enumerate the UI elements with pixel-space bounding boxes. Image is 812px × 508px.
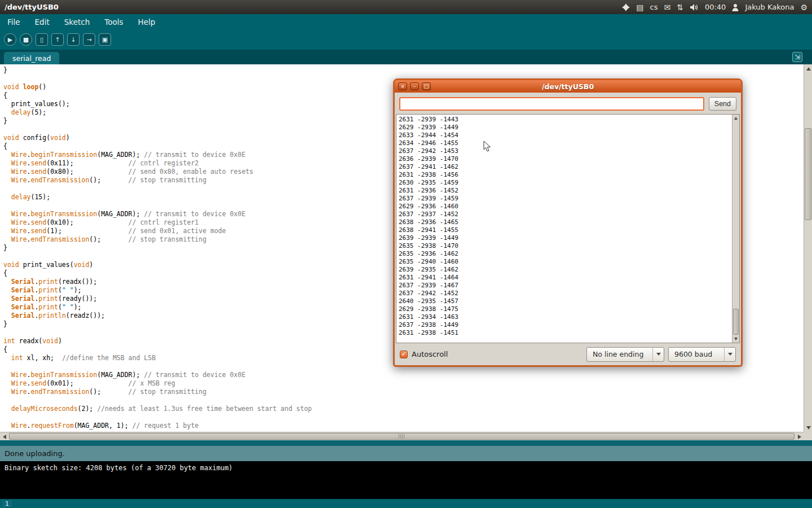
serial-data-line: 2638 -2936 -1465 [399,218,739,226]
serial-data-line: 2631 -2934 -1463 [399,313,739,321]
verify-button[interactable]: ▶ [4,33,16,46]
serial-data-line: 2631 -2936 -1452 [399,187,739,195]
menu-help[interactable]: Help [136,16,157,28]
serial-data-line: 2635 -2936 -1462 [399,250,739,258]
close-button[interactable]: × [398,82,407,90]
editor-vertical-scrollbar[interactable] [804,64,812,432]
serial-output-lines: 2631 -2939 -14432629 -2939 -14492633 -29… [396,115,739,337]
maximize-button[interactable]: □ [422,82,431,90]
code-line: } [3,66,804,75]
serial-data-line: 2640 -2935 -1457 [399,297,739,305]
new-sketch-button[interactable]: ▯ [36,33,48,46]
status-strip [0,440,812,446]
scroll-right-button[interactable] [795,432,804,441]
serial-data-line: 2631 -2941 -1464 [399,274,739,282]
toolbar: ▶■▯↑↓→▣ [0,29,812,50]
serial-scroll-down-button[interactable] [732,335,739,343]
horizontal-scroll-thumb[interactable] [9,433,795,440]
open-button[interactable]: ↑ [51,33,64,46]
stop-button[interactable]: ■ [20,33,32,46]
editor-horizontal-scrollbar[interactable] [0,432,804,440]
window-buttons: ×–□ [398,82,431,90]
serial-monitor-button[interactable]: ▣ [99,33,111,46]
status-message: Done uploading. [5,449,65,458]
keyboard-icon[interactable]: ▤ [636,3,643,11]
upload-button[interactable]: → [83,33,95,46]
panel-indicators: ▤ cs ✉ ⇅ 00:40 Jakub Kakona ⚙ [622,3,807,11]
scroll-down-button[interactable] [804,423,812,432]
scroll-up-button[interactable] [804,64,812,73]
indicator-star-icon[interactable] [622,3,630,11]
clock[interactable]: 00:40 [705,3,726,11]
code-line [3,396,804,405]
serial-data-line: 2631 -2939 -1443 [399,116,739,124]
serial-scroll-thumb[interactable] [733,309,739,335]
volume-icon[interactable] [690,3,699,11]
baud-rate-select[interactable]: 9600 baud [668,347,736,362]
scroll-left-button[interactable] [0,432,8,441]
scrollbar-corner [804,432,812,440]
menu-sketch[interactable]: Sketch [63,16,91,28]
autoscroll-checkbox[interactable]: ✓ [400,351,408,358]
screen: /dev/ttyUSB0 ▤ cs ✉ ⇅ 00:40 Jakub Kakona… [0,0,812,508]
serial-data-line: 2629 -2936 -1460 [399,203,739,211]
status-bar: Done uploading. [0,446,812,461]
line-ending-select[interactable]: No line ending [586,347,664,362]
code-line [3,413,804,422]
code-line: Wire.requestFrom(MAG_ADDR, 1); // reques… [3,422,804,430]
serial-send-input[interactable] [399,97,704,111]
mail-icon[interactable]: ✉ [664,3,670,11]
menu-file[interactable]: File [6,16,22,28]
serial-data-line: 2629 -2938 -1475 [399,305,739,313]
serial-input-row: Send [395,93,741,114]
code-line: Wire.send(0x01); // x MSB reg [3,379,804,388]
serial-data-line: 2637 -2938 -1449 [399,321,739,329]
serial-monitor-window: ×–□ /dev/ttyUSB0 Send 2631 -2939 -144326… [393,78,743,367]
tab-serial-read[interactable]: serial_read [4,52,59,64]
serial-data-line: 2637 -2941 -1462 [399,163,739,171]
serial-data-line: 2630 -2935 -1459 [399,179,739,187]
serial-data-line: 2631 -2938 -1456 [399,171,739,179]
code-line: Wire.beginTransmission(MAG_ADDR); // tra… [3,371,804,379]
serial-data-line: 2629 -2939 -1449 [399,124,739,132]
save-button[interactable]: ↓ [67,33,80,46]
serial-data-line: 2638 -2941 -1455 [399,226,739,234]
line-ending-value: No line ending [587,348,652,361]
serial-data-line: 2635 -2940 -1460 [399,258,739,266]
footer-bar: 1 [0,499,812,508]
menu-bar: FileEditSketchToolsHelp [0,14,812,29]
serial-monitor-titlebar[interactable]: ×–□ /dev/ttyUSB0 [395,80,741,93]
serial-data-line: 2639 -2939 -1449 [399,234,739,242]
serial-monitor-controls: ✓ Autoscroll No line ending 9600 baud [395,343,741,365]
vertical-scroll-thumb[interactable] [805,128,811,220]
scroll-grip [399,434,405,439]
serial-data-line: 2637 -2942 -1452 [399,290,739,297]
serial-output-area[interactable]: 2631 -2939 -14432629 -2939 -14492633 -29… [396,114,740,343]
panel-window-title: /dev/ttyUSB0 [5,3,59,11]
tab-menu-button[interactable]: ⇲ [792,52,802,62]
serial-data-line: 2636 -2939 -1470 [399,155,739,163]
network-icon[interactable]: ⇅ [677,3,683,11]
serial-data-line: 2637 -2939 -1459 [399,195,739,203]
chevron-down-icon[interactable] [724,348,735,361]
code-line: Wire.endTransmission(); // stop transmit… [3,388,804,396]
tab-bar: serial_read ⇲ [0,50,812,64]
serial-data-line: 2633 -2944 -1454 [399,132,739,139]
serial-monitor-title: /dev/ttyUSB0 [395,82,741,91]
serial-scrollbar[interactable] [732,115,739,343]
serial-scroll-up-button[interactable] [732,115,739,122]
serial-data-line: 2637 -2939 -1467 [399,282,739,290]
chevron-down-icon[interactable] [652,348,664,361]
gear-icon[interactable]: ⚙ [800,3,807,11]
keyboard-layout-indicator[interactable]: cs [650,3,658,11]
send-button[interactable]: Send [709,97,736,111]
baud-rate-value: 9600 baud [669,348,724,361]
minimize-button[interactable]: – [410,82,419,90]
console-text: Binary sketch size: 4208 bytes (of a 307… [5,464,233,472]
menu-edit[interactable]: Edit [33,16,51,28]
menu-tools[interactable]: Tools [103,16,125,28]
session-username[interactable]: Jakub Kakona [745,3,794,11]
serial-data-line: 2634 -2946 -1455 [399,139,739,147]
line-indicator: 1 [2,500,12,507]
user-icon [732,3,739,11]
